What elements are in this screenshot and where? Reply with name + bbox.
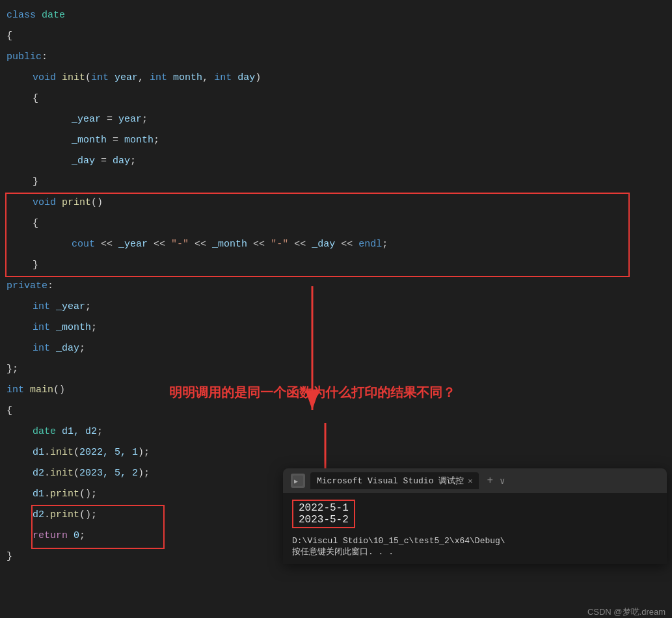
csdn-footer: CSDN @梦呓.dream — [587, 606, 665, 618]
code-line-2: { — [0, 26, 672, 47]
terminal-titlebar: ▶ Microsoft Visual Studio 调试控 ✕ + ∨ — [283, 468, 667, 493]
svg-text:▶: ▶ — [294, 477, 298, 485]
terminal-output-box: 2022-5-1 2023-5-2 — [292, 500, 355, 528]
terminal-body: 2022-5-1 2023-5-2 D:\Viscul Stdio\10_15_… — [283, 493, 667, 564]
code-line-7: _month = month; — [0, 130, 672, 151]
code-line-18: }; — [0, 359, 672, 380]
class-name-date: date — [42, 5, 65, 26]
code-line-5: { — [0, 88, 672, 109]
csdn-author: CSDN @梦呓.dream — [587, 607, 665, 617]
code-line-9: } — [0, 172, 672, 193]
code-line-3: public: — [0, 47, 672, 68]
code-line-1: class date — [0, 5, 672, 26]
code-line-10: void print() — [0, 193, 672, 213]
code-line-8: _day = day; — [0, 151, 672, 172]
terminal-output-line2: 2023-5-2 — [299, 514, 349, 526]
terminal-path: D:\Viscul Stdio\10_15_c\test5_2\x64\Debu… — [292, 536, 658, 546]
terminal-output-line1: 2022-5-1 — [299, 502, 349, 514]
annotation-text: 明明调用的是同一个函数为什么打印的结果不同？ — [169, 385, 455, 399]
code-line-13: } — [0, 255, 672, 276]
code-line-22: d1.init(2022, 5, 1); — [0, 442, 672, 463]
code-line-11: { — [0, 213, 672, 234]
annotation-area: 明明调用的是同一个函数为什么打印的结果不同？ — [169, 384, 455, 401]
terminal-prompt: 按任意键关闭此窗口. . . — [292, 546, 658, 558]
code-line-14: private: — [0, 276, 672, 297]
terminal-title: Microsoft Visual Studio 调试控 — [317, 475, 464, 487]
keyword-class: class — [7, 5, 42, 26]
code-line-20: { — [0, 401, 672, 422]
code-line-4: void init(int year, int month, int day) — [0, 68, 672, 88]
terminal-add-tab-icon[interactable]: + — [487, 475, 493, 487]
code-line-16: int _month; — [0, 317, 672, 338]
terminal-icon: ▶ — [291, 474, 305, 488]
code-line-15: int _year; — [0, 297, 672, 317]
code-line-12: cout << _year << "-" << _month << "-" <<… — [0, 234, 672, 255]
terminal-window: ▶ Microsoft Visual Studio 调试控 ✕ + ∨ 2022… — [283, 468, 667, 564]
code-line-17: int _day; — [0, 338, 672, 359]
code-line-21: date d1, d2; — [0, 422, 672, 442]
terminal-chevron-icon[interactable]: ∨ — [500, 476, 505, 487]
code-line-6: _year = year; — [0, 109, 672, 130]
terminal-close-icon[interactable]: ✕ — [468, 476, 472, 486]
terminal-tab[interactable]: Microsoft Visual Studio 调试控 ✕ — [310, 472, 479, 489]
